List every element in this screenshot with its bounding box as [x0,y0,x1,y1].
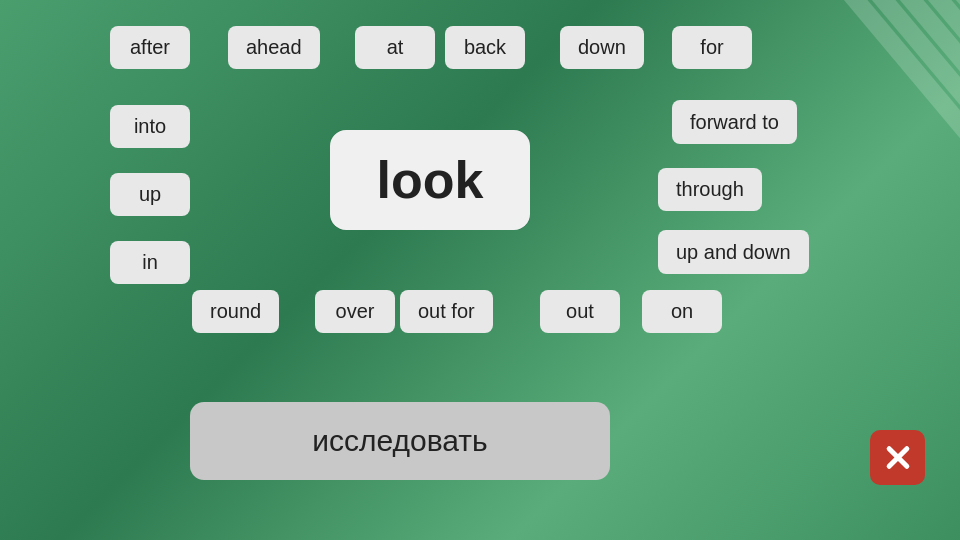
chip-down[interactable]: down [560,26,644,69]
translation-box: исследовать [190,402,610,480]
chip-into[interactable]: into [110,105,190,148]
look-card[interactable]: look [330,130,530,230]
translation-text: исследовать [312,424,487,457]
chip-at[interactable]: at [355,26,435,69]
chip-back[interactable]: back [445,26,525,69]
chip-out[interactable]: out [540,290,620,333]
chip-after[interactable]: after [110,26,190,69]
chip-round[interactable]: round [192,290,279,333]
main-content: after ahead at back down for into up in … [0,0,960,540]
chip-forward-to[interactable]: forward to [672,100,797,144]
look-label: look [377,150,484,210]
chip-on[interactable]: on [642,290,722,333]
close-button[interactable] [870,430,925,485]
stripe-2 [788,0,960,436]
chip-ahead[interactable]: ahead [228,26,320,69]
chip-up-and-down[interactable]: up and down [658,230,809,274]
chip-over[interactable]: over [315,290,395,333]
chip-through[interactable]: through [658,168,762,211]
chip-out-for[interactable]: out for [400,290,493,333]
chip-for[interactable]: for [672,26,752,69]
chip-up[interactable]: up [110,173,190,216]
chip-in[interactable]: in [110,241,190,284]
